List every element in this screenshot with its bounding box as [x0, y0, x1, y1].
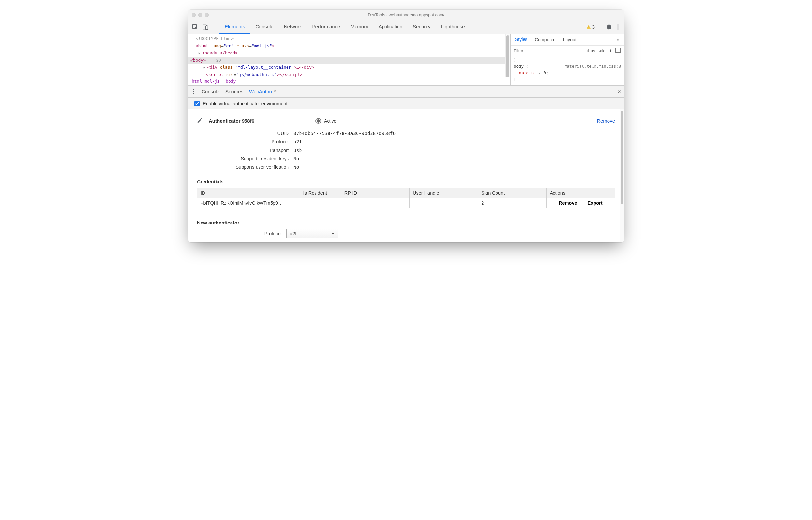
new-auth-protocol-label: Protocol	[197, 231, 282, 236]
styles-filter-input[interactable]	[514, 48, 583, 53]
label-protocol: Protocol	[204, 139, 289, 144]
expand-div-icon[interactable]: ▸	[203, 64, 207, 71]
styles-pane: Styles Computed Layout » :hov .cls + } b…	[510, 34, 624, 85]
styles-filter-row: :hov .cls +	[510, 46, 624, 56]
label-uuid: UUID	[204, 131, 289, 136]
styles-tab-computed[interactable]: Computed	[535, 37, 556, 42]
expand-head-icon[interactable]: ▸	[198, 50, 202, 57]
cell-is-resident	[300, 198, 341, 208]
more-menu-icon[interactable]	[616, 24, 620, 30]
cell-user-handle	[409, 198, 478, 208]
credential-remove-link[interactable]: Remove	[559, 200, 577, 206]
drawer-tab-console[interactable]: Console	[201, 86, 219, 98]
enable-virtual-authenticator-checkbox[interactable]	[194, 101, 200, 106]
traffic-lights	[188, 13, 209, 17]
svg-point-6	[193, 89, 194, 90]
styles-rules[interactable]: } body { material.te…k.min.css:8 margin:…	[510, 56, 624, 85]
label-supports-resident-keys: Supports resident keys	[204, 156, 289, 161]
styles-tab-styles[interactable]: Styles	[515, 34, 527, 45]
dom-selected-body[interactable]: …▾ <body> == $0	[188, 57, 510, 64]
enable-virtual-authenticator-row: Enable virtual authenticator environment	[188, 98, 624, 109]
tab-console[interactable]: Console	[250, 20, 279, 33]
panel-tabs: Elements Console Network Performance Mem…	[219, 20, 470, 33]
breadcrumb-body[interactable]: body	[226, 79, 236, 84]
edit-authenticator-name-icon[interactable]	[197, 117, 203, 124]
svg-point-8	[193, 93, 194, 94]
svg-point-7	[193, 91, 194, 92]
svg-point-5	[617, 28, 619, 30]
radio-indicator-icon	[315, 118, 321, 124]
dom-breadcrumbs[interactable]: html.mdl-js body	[188, 77, 510, 85]
authenticator-active-radio[interactable]: Active	[315, 118, 336, 124]
tab-application[interactable]: Application	[373, 20, 408, 33]
settings-gear-icon[interactable]	[605, 24, 612, 30]
close-drawer-icon[interactable]: ×	[617, 88, 621, 95]
cell-rp-id	[341, 198, 409, 208]
styles-tab-layout[interactable]: Layout	[563, 37, 577, 42]
new-authenticator-section: New authenticator Protocol u2f ▼	[197, 220, 615, 238]
tab-memory[interactable]: Memory	[345, 20, 373, 33]
remove-authenticator-link[interactable]: Remove	[597, 118, 615, 124]
device-toolbar-icon[interactable]	[202, 24, 209, 30]
styles-tabs: Styles Computed Layout »	[510, 34, 624, 46]
styles-tabs-more-icon[interactable]: »	[617, 37, 620, 42]
dom-tree-pane[interactable]: <!DOCTYPE html> <html lang="en" class="m…	[188, 34, 510, 85]
dom-doctype: <!DOCTYPE html>	[196, 36, 234, 41]
warning-icon	[587, 25, 591, 29]
drawer-tab-webauthn[interactable]: WebAuthn ×	[249, 86, 276, 98]
close-webauthn-tab-icon[interactable]: ×	[274, 88, 276, 94]
styles-hov-button[interactable]: :hov	[587, 48, 595, 53]
tab-performance[interactable]: Performance	[307, 20, 345, 33]
warnings-count-text: 3	[592, 24, 594, 30]
css-selector-body: body {	[514, 64, 528, 69]
new-auth-protocol-select[interactable]: u2f ▼	[286, 229, 338, 238]
zoom-window-icon[interactable]	[205, 13, 209, 17]
webauthn-panel: Authenticator 958f6 Active Remove UUID 0…	[188, 109, 624, 242]
warnings-badge[interactable]: 3	[587, 24, 594, 30]
value-transport: usb	[293, 148, 615, 153]
webauthn-scrollbar[interactable]	[620, 109, 624, 242]
drawer-more-menu-icon[interactable]	[191, 88, 196, 95]
col-rp-id: RP ID	[341, 188, 409, 198]
col-sign-count: Sign Count	[478, 188, 546, 198]
col-user-handle: User Handle	[409, 188, 478, 198]
elements-panel: <!DOCTYPE html> <html lang="en" class="m…	[188, 34, 624, 85]
drawer-tab-sources[interactable]: Sources	[225, 86, 243, 98]
svg-rect-2	[206, 26, 208, 29]
css-prop-margin: margin	[519, 70, 534, 75]
minimize-window-icon[interactable]	[198, 13, 202, 17]
value-protocol: u2f	[293, 139, 615, 144]
authenticator-title: Authenticator 958f6	[209, 118, 254, 124]
tab-elements[interactable]: Elements	[219, 20, 250, 33]
inspect-element-icon[interactable]	[192, 24, 198, 30]
credential-row: +bfTQHHRzKOfhilMnvIvCIkWTm5p9… 2 Remove …	[197, 198, 615, 208]
close-window-icon[interactable]	[192, 13, 196, 17]
authenticator-details: UUID 07b4db54-7538-4f78-8a36-9bd387d958f…	[204, 131, 615, 170]
stylesheet-source-link[interactable]: material.te…k.min.css:8	[565, 63, 621, 70]
col-id: ID	[197, 188, 300, 198]
styles-add-rule-button[interactable]: +	[609, 48, 612, 54]
label-transport: Transport	[204, 148, 289, 153]
select-caret-icon: ▼	[331, 232, 335, 236]
tab-lighthouse[interactable]: Lighthouse	[436, 20, 470, 33]
label-supports-user-verification: Supports user verification	[204, 164, 289, 170]
drawer-tabs: Console Sources WebAuthn × ×	[188, 85, 624, 98]
value-supports-resident-keys: No	[293, 156, 615, 161]
svg-point-3	[617, 24, 619, 26]
authenticator-header: Authenticator 958f6 Active Remove	[197, 117, 615, 124]
credentials-heading: Credentials	[197, 179, 615, 184]
tab-security[interactable]: Security	[408, 20, 436, 33]
cell-sign-count: 2	[478, 198, 546, 208]
svg-point-4	[617, 26, 619, 28]
styles-cls-button[interactable]: .cls	[599, 48, 606, 53]
devtools-window: DevTools - webauthndemo.appspot.com/ Ele…	[188, 10, 624, 242]
macos-titlebar: DevTools - webauthndemo.appspot.com/	[188, 10, 624, 20]
breadcrumb-html[interactable]: html.mdl-js	[192, 79, 220, 84]
new-authenticator-heading: New authenticator	[197, 220, 615, 226]
tab-network[interactable]: Network	[279, 20, 307, 33]
credential-export-link[interactable]: Export	[588, 200, 603, 206]
col-actions: Actions	[546, 188, 615, 198]
top-toolbar: Elements Console Network Performance Mem…	[188, 20, 624, 34]
styles-toggle-box-icon[interactable]	[616, 49, 621, 53]
cell-actions: Remove Export	[546, 198, 615, 208]
